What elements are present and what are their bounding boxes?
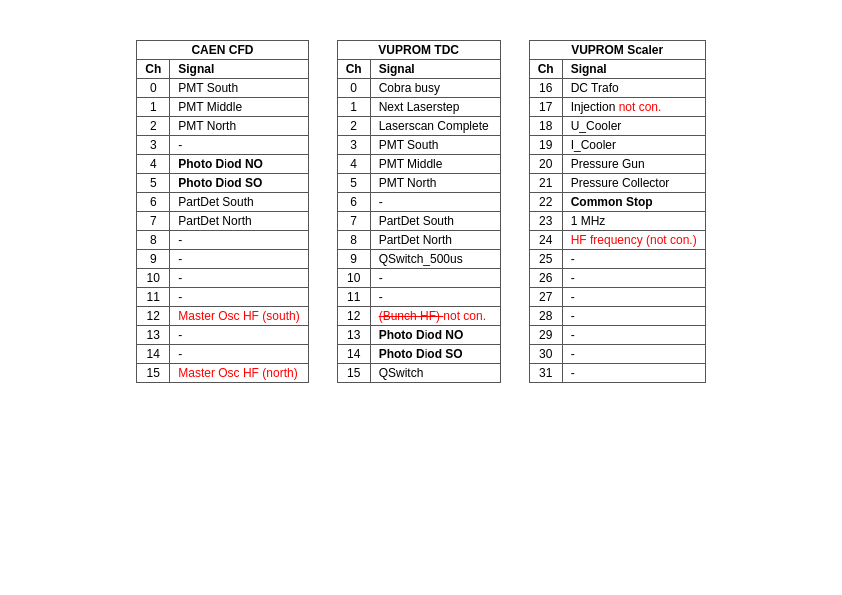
cell-signal: - bbox=[170, 326, 308, 345]
column-header-ch: Ch bbox=[337, 60, 370, 79]
table-row: 1PMT Middle bbox=[137, 98, 308, 117]
cell-ch: 0 bbox=[137, 79, 170, 98]
table-row: 6PartDet South bbox=[137, 193, 308, 212]
cell-ch: 18 bbox=[529, 117, 562, 136]
signal-segment: - bbox=[379, 195, 383, 209]
table-row: 10- bbox=[337, 269, 500, 288]
signal-strikethrough: (Bunch HF) bbox=[379, 309, 444, 323]
cell-signal: - bbox=[170, 231, 308, 250]
table-row: 15Master Osc HF (north) bbox=[137, 364, 308, 383]
cell-ch: 15 bbox=[137, 364, 170, 383]
cell-ch: 2 bbox=[337, 117, 370, 136]
cell-ch: 29 bbox=[529, 326, 562, 345]
signal-segment: PartDet South bbox=[178, 195, 253, 209]
cell-signal: Next Laserstep bbox=[370, 98, 500, 117]
column-header-signal: Signal bbox=[170, 60, 308, 79]
signal-segment: Cobra busy bbox=[379, 81, 440, 95]
table-row: 2PMT North bbox=[137, 117, 308, 136]
cell-ch: 0 bbox=[337, 79, 370, 98]
signal-segment: I_Cooler bbox=[571, 138, 616, 152]
cell-ch: 24 bbox=[529, 231, 562, 250]
cell-signal: 1 MHz bbox=[562, 212, 705, 231]
table-row: 27- bbox=[529, 288, 705, 307]
signal-segment: Master Osc HF (north) bbox=[178, 366, 297, 380]
signal-segment: - bbox=[571, 252, 575, 266]
cell-ch: 16 bbox=[529, 79, 562, 98]
signal-segment: PMT North bbox=[379, 176, 437, 190]
cell-ch: 5 bbox=[137, 174, 170, 193]
signal-segment: Laserscan Complete bbox=[379, 119, 489, 133]
cell-signal: Common Stop bbox=[562, 193, 705, 212]
cell-ch: 8 bbox=[337, 231, 370, 250]
signal-segment: - bbox=[571, 328, 575, 342]
signal-segment: od SO bbox=[227, 176, 262, 190]
signal-segment: (Bunch HF) not con. bbox=[379, 309, 486, 323]
column-header-signal: Signal bbox=[562, 60, 705, 79]
table-row: 17Injection not con. bbox=[529, 98, 705, 117]
signal-segment: not con. bbox=[619, 100, 662, 114]
cell-signal: PartDet North bbox=[170, 212, 308, 231]
cell-ch: 10 bbox=[337, 269, 370, 288]
cell-signal: PartDet South bbox=[170, 193, 308, 212]
table-row: 28- bbox=[529, 307, 705, 326]
table-row: 30- bbox=[529, 345, 705, 364]
cell-ch: 13 bbox=[337, 326, 370, 345]
cell-signal: QSwitch_500us bbox=[370, 250, 500, 269]
table-row: 14Photo Diod SO bbox=[337, 345, 500, 364]
signal-segment: PartDet North bbox=[178, 214, 251, 228]
table-row: 12Master Osc HF (south) bbox=[137, 307, 308, 326]
table-row: 5PMT North bbox=[337, 174, 500, 193]
cell-signal: U_Cooler bbox=[562, 117, 705, 136]
table-row: 12(Bunch HF) not con. bbox=[337, 307, 500, 326]
signal-segment: PMT Middle bbox=[178, 100, 242, 114]
cell-ch: 4 bbox=[137, 155, 170, 174]
column-header-ch: Ch bbox=[137, 60, 170, 79]
signal-segment: - bbox=[178, 347, 182, 361]
table-row: 22Common Stop bbox=[529, 193, 705, 212]
signal-segment: od NO bbox=[227, 157, 263, 171]
table-row: 4Photo Diod NO bbox=[137, 155, 308, 174]
table-title: VUPROM Scaler bbox=[529, 41, 705, 60]
signal-segment: Photo D bbox=[379, 347, 425, 361]
cell-signal: - bbox=[562, 307, 705, 326]
signal-segment: PMT North bbox=[178, 119, 236, 133]
table-vuprom-tdc: VUPROM TDCChSignal0Cobra busy1Next Laser… bbox=[337, 40, 501, 383]
cell-signal: Photo Diod SO bbox=[170, 174, 308, 193]
signal-segment: - bbox=[379, 290, 383, 304]
cell-signal: PMT North bbox=[370, 174, 500, 193]
table-row: 231 MHz bbox=[529, 212, 705, 231]
column-header-ch: Ch bbox=[529, 60, 562, 79]
table-row: 14- bbox=[137, 345, 308, 364]
table-caen-cfd: CAEN CFDChSignal0PMT South1PMT Middle2PM… bbox=[136, 40, 308, 383]
cell-signal: Injection not con. bbox=[562, 98, 705, 117]
cell-ch: 20 bbox=[529, 155, 562, 174]
cell-ch: 17 bbox=[529, 98, 562, 117]
cell-signal: PMT Middle bbox=[170, 98, 308, 117]
table-row: 1Next Laserstep bbox=[337, 98, 500, 117]
cell-ch: 31 bbox=[529, 364, 562, 383]
cell-ch: 22 bbox=[529, 193, 562, 212]
cell-signal: PMT Middle bbox=[370, 155, 500, 174]
cell-ch: 1 bbox=[337, 98, 370, 117]
table-row: 11- bbox=[337, 288, 500, 307]
signal-segment: - bbox=[178, 138, 182, 152]
table-row: 11- bbox=[137, 288, 308, 307]
cell-signal: Photo Diod NO bbox=[170, 155, 308, 174]
table-vuprom-scaler: VUPROM ScalerChSignal16DC Trafo17Injecti… bbox=[529, 40, 706, 383]
cell-signal: QSwitch bbox=[370, 364, 500, 383]
cell-ch: 12 bbox=[337, 307, 370, 326]
signal-segment: Photo D bbox=[178, 176, 224, 190]
table-row: 0PMT South bbox=[137, 79, 308, 98]
signal-segment: Photo D bbox=[178, 157, 224, 171]
table-row: 19I_Cooler bbox=[529, 136, 705, 155]
cell-ch: 10 bbox=[137, 269, 170, 288]
cell-signal: - bbox=[170, 136, 308, 155]
cell-ch: 26 bbox=[529, 269, 562, 288]
cell-ch: 4 bbox=[337, 155, 370, 174]
table-row: 3- bbox=[137, 136, 308, 155]
cell-signal: Laserscan Complete bbox=[370, 117, 500, 136]
cell-signal: PMT South bbox=[170, 79, 308, 98]
cell-signal: Master Osc HF (south) bbox=[170, 307, 308, 326]
cell-ch: 28 bbox=[529, 307, 562, 326]
cell-ch: 12 bbox=[137, 307, 170, 326]
